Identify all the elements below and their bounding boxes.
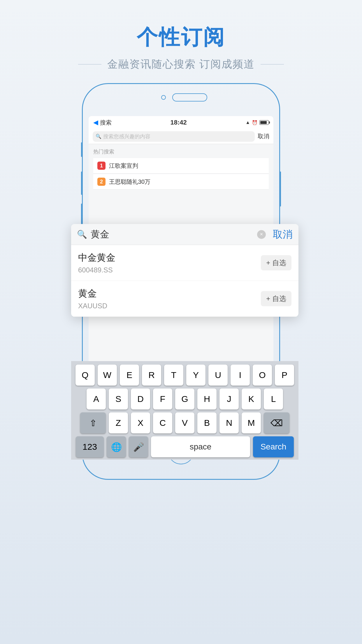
status-left: ◀ 搜索 [93,119,112,127]
result-name-1: 中金黄金 [78,251,115,264]
keyboard-bottom-row: 123 🌐 🎤 space Search [73,436,296,457]
phone-search-bar[interactable]: 🔍 搜索您感兴趣的内容 取消 [89,129,273,144]
key-Q[interactable]: Q [75,365,95,386]
key-D[interactable]: D [131,388,150,410]
status-bar: ◀ 搜索 18:42 ▲ ⏰ [89,116,273,129]
key-H[interactable]: H [197,388,217,410]
phone-wrapper: ◀ 搜索 18:42 ▲ ⏰ 🔍 搜索您感兴趣的内容 取消 [0,83,362,480]
key-O[interactable]: O [253,365,272,386]
keyboard-row-2: A S D F G H J K L [73,388,296,410]
key-V[interactable]: V [175,412,194,433]
search-icon-small: 🔍 [96,134,101,139]
key-P[interactable]: P [275,365,294,386]
popup-search-icon: 🔍 [77,230,87,239]
key-N[interactable]: N [219,412,239,433]
phone-cancel-btn[interactable]: 取消 [258,132,269,140]
subtitle-line-left [78,64,101,64]
key-X[interactable]: X [131,412,150,433]
phone-btn-power [280,172,281,206]
phone-btn-vol-down [81,204,82,227]
status-right: ▲ ⏰ [245,120,269,125]
phone-camera [161,95,166,100]
page-subtitle: 金融资讯随心搜索 订阅成频道 [107,57,255,71]
key-A[interactable]: A [87,388,106,410]
phone-speaker [172,93,207,102]
result-info-1: 中金黄金 600489.SS [78,251,115,274]
popup-search-input[interactable]: 黄金 [91,228,254,241]
hot-search-section: 热门搜索 1 江歌案宣判 2 王思聪随礼30万 [89,144,273,192]
search-result-item-1[interactable]: 中金黄金 600489.SS + 自选 [71,245,298,281]
status-back-label: 搜索 [100,119,112,127]
back-arrow-icon: ◀ [93,119,98,126]
hot-search-text-1: 江歌案宣判 [109,162,138,170]
hot-search-item-2[interactable]: 2 王思聪随礼30万 [93,174,269,190]
key-L[interactable]: L [264,388,283,410]
key-B[interactable]: B [197,412,217,433]
rank-badge-1: 1 [97,162,106,170]
popup-clear-btn[interactable]: × [257,230,266,239]
location-icon: ▲ [245,120,250,125]
key-U[interactable]: U [208,365,228,386]
rank-badge-2: 2 [97,178,106,186]
phone-search-placeholder: 搜索您感兴趣的内容 [103,133,150,140]
key-mic[interactable]: 🎤 [129,436,148,457]
result-name-2: 黄金 [78,287,107,300]
subtitle-line-right [261,64,284,64]
key-R[interactable]: R [142,365,161,386]
phone-outline: ◀ 搜索 18:42 ▲ ⏰ 🔍 搜索您感兴趣的内容 取消 [82,83,280,480]
result-code-2: XAUUSD [78,302,107,310]
result-code-1: 600489.SS [78,266,115,274]
keyboard-row-3: ⇧ Z X C V B N M ⌫ [73,412,296,433]
key-shift[interactable]: ⇧ [80,412,106,433]
search-result-item-2[interactable]: 黄金 XAUUSD + 自选 [71,281,298,317]
add-btn-1[interactable]: + 自选 [261,255,291,270]
search-popup: 🔍 黄金 × 取消 中金黄金 600489.SS + 自选 黄金 XAU [71,224,298,317]
key-delete[interactable]: ⌫ [264,412,289,433]
key-I[interactable]: I [231,365,250,386]
key-S[interactable]: S [109,388,128,410]
add-btn-2[interactable]: + 自选 [261,291,291,306]
phone-btn-vol-up [81,172,82,195]
keyboard-row-1: Q W E R T Y U I O P [73,365,296,386]
clear-icon: × [260,231,263,237]
status-time: 18:42 [170,119,187,126]
popup-search-bar[interactable]: 🔍 黄金 × 取消 [71,224,298,245]
key-space[interactable]: space [151,436,250,457]
hot-search-item-1[interactable]: 1 江歌案宣判 [93,158,269,174]
key-M[interactable]: M [242,412,261,433]
key-Z[interactable]: Z [109,412,128,433]
key-123[interactable]: 123 [76,436,104,457]
key-F[interactable]: F [153,388,172,410]
page-title: 个性订阅 [0,23,362,51]
key-K[interactable]: K [242,388,261,410]
result-info-2: 黄金 XAUUSD [78,287,107,310]
hot-search-text-2: 王思聪随礼30万 [109,178,150,186]
keyboard-container: Q W E R T Y U I O P A S D F G H J K [71,361,298,460]
popup-cancel-btn[interactable]: 取消 [269,228,293,241]
key-C[interactable]: C [153,412,172,433]
alarm-icon: ⏰ [252,120,258,125]
key-search[interactable]: Search [253,436,294,457]
hot-search-title: 热门搜索 [93,148,269,155]
key-G[interactable]: G [175,388,194,410]
key-T[interactable]: T [164,365,183,386]
page-header: 个性订阅 金融资讯随心搜索 订阅成频道 [0,0,362,71]
phone-btn-mute [81,142,82,157]
key-J[interactable]: J [219,388,239,410]
battery-icon [259,120,269,125]
page-subtitle-container: 金融资讯随心搜索 订阅成频道 [0,57,362,71]
key-globe[interactable]: 🌐 [107,436,126,457]
key-W[interactable]: W [98,365,117,386]
key-Y[interactable]: Y [186,365,205,386]
phone-search-input-area[interactable]: 🔍 搜索您感兴趣的内容 [93,131,255,142]
key-E[interactable]: E [120,365,139,386]
